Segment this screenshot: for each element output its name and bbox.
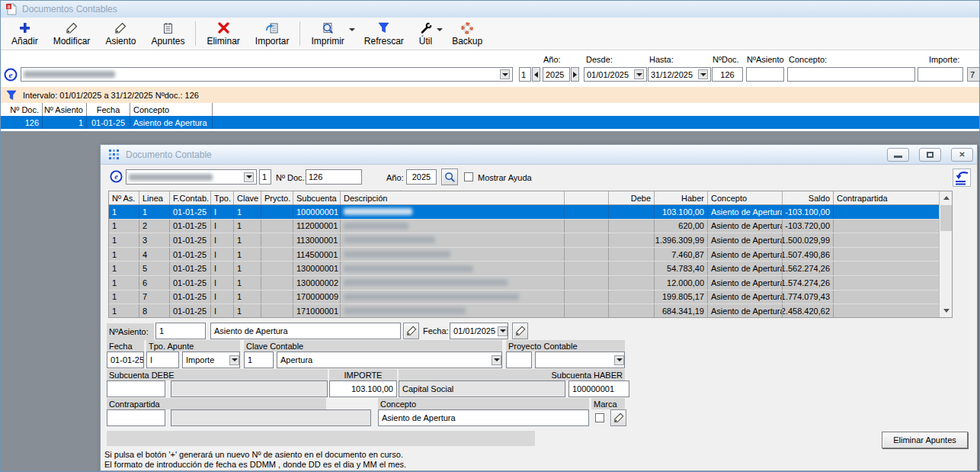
print-dropdown-button[interactable] xyxy=(349,19,355,48)
to-date-value: 31/12/2025 xyxy=(651,70,693,79)
edit-fecha-button[interactable] xyxy=(512,323,528,339)
column-header: Prycto. xyxy=(261,191,293,204)
clave-select[interactable]: Apertura xyxy=(277,352,502,368)
clave-code-field[interactable]: 1 xyxy=(244,352,274,368)
proyecto-select[interactable] xyxy=(535,352,625,368)
concepto-field[interactable] xyxy=(787,67,915,82)
scroll-up-button[interactable] xyxy=(940,191,953,204)
refresh-label: Refrescar xyxy=(364,36,404,47)
minimize-button[interactable] xyxy=(887,148,909,162)
doc-table-row[interactable]: 1801-01-25I1171000001684.341,19Asiento d… xyxy=(109,304,952,318)
print-label: Imprimir xyxy=(311,36,344,47)
column-header: Debe xyxy=(609,191,655,204)
edit-asiento-button[interactable] xyxy=(403,323,419,339)
proyecto-contable-label: Proyecto Contable xyxy=(506,340,625,352)
add-button[interactable]: Añadir xyxy=(4,19,46,48)
vertical-scrollbar[interactable] xyxy=(939,191,952,317)
asiento-concepto-field[interactable]: Asiento de Apertura xyxy=(210,323,401,339)
print-button[interactable]: Imprimir xyxy=(303,19,351,48)
company-select[interactable] xyxy=(126,169,257,185)
apuntes-button[interactable]: Apuntes xyxy=(143,19,192,48)
importe-label: IMPORTE xyxy=(329,369,397,380)
doc-table-row[interactable]: 1201-01-25I1112000001620,00Asiento de Ap… xyxy=(109,220,952,234)
exit-icon[interactable] xyxy=(953,169,971,187)
to-date-select[interactable]: 31/12/2025 xyxy=(648,67,711,82)
nasiento-field[interactable] xyxy=(746,67,784,82)
ndoc-field[interactable]: 126 xyxy=(306,169,362,185)
cell xyxy=(565,205,609,219)
company-name-redacted xyxy=(129,174,213,181)
sequence-field[interactable]: 1 xyxy=(519,67,531,82)
restore-button[interactable] xyxy=(919,148,941,162)
delete-button[interactable]: Eliminar xyxy=(199,19,247,48)
from-date-select[interactable]: 01/01/2025 xyxy=(584,67,647,82)
cell: Asiento de Apertura xyxy=(708,220,783,233)
refresh-button[interactable]: Refrescar xyxy=(357,19,412,48)
cell xyxy=(609,220,655,233)
child-titlebar: Documento Contable ✕ xyxy=(101,145,977,165)
chevron-down-icon xyxy=(229,355,239,365)
year-field[interactable]: 2025 xyxy=(543,67,570,82)
app-window: a Documentos Contables Añadir Modificar … xyxy=(0,0,980,472)
plus-icon xyxy=(19,21,30,35)
chevron-down-icon xyxy=(698,69,708,79)
year-field[interactable]: 2025 xyxy=(406,169,437,185)
util-button[interactable]: Útil xyxy=(412,19,440,48)
doc-table-row[interactable]: 1601-01-25I113000000212.000,00Asiento de… xyxy=(109,276,952,291)
mostrar-ayuda-checkbox[interactable] xyxy=(464,172,473,181)
eliminar-apuntes-button[interactable]: Eliminar Apuntes xyxy=(882,432,968,448)
ndoc-field[interactable]: 126 xyxy=(712,67,743,82)
fecha-field[interactable]: 01-01-25 xyxy=(107,352,144,368)
doc-table-row[interactable]: 1401-01-25I11145000017.460,87Asiento de … xyxy=(109,248,952,262)
e-logo-icon: e xyxy=(110,170,123,183)
pencil-icon xyxy=(613,413,624,423)
cell xyxy=(609,248,655,262)
cell: -1.574.274,26 xyxy=(783,276,834,290)
subcuenta-debe-field[interactable] xyxy=(107,380,165,397)
cell xyxy=(565,304,609,318)
importe-field[interactable] xyxy=(918,67,963,82)
contrapartida-field[interactable] xyxy=(107,409,165,426)
cell xyxy=(609,276,655,290)
cell: 01-01-25 xyxy=(170,291,211,304)
import-button[interactable]: Importar xyxy=(248,19,297,48)
cell xyxy=(341,220,565,233)
tpo-code-field[interactable]: I xyxy=(146,352,179,368)
document-row-selected[interactable]: 126 1 01-01-25 Asiento de Apertura xyxy=(1,116,980,129)
edit-concepto-button[interactable] xyxy=(610,409,626,426)
spin-left-button[interactable] xyxy=(532,67,540,82)
doc-table-row[interactable]: 1301-01-25I11130000011.396.309,99Asiento… xyxy=(109,233,952,248)
cell-concepto: Asiento de Apertura xyxy=(130,116,213,129)
doc-table-row[interactable]: 1101-01-25I1100000001103.100,00Asiento d… xyxy=(109,205,952,220)
close-button[interactable]: ✕ xyxy=(951,148,973,162)
mostrar-ayuda-label: Mostrar Ayuda xyxy=(478,173,532,182)
asiento-button[interactable]: Asiento xyxy=(98,19,143,48)
scroll-down-button[interactable] xyxy=(940,304,953,317)
sequence-field[interactable]: 1 xyxy=(259,169,271,185)
to-label: Hasta: xyxy=(649,55,674,64)
doc-table-row[interactable]: 1701-01-25I1170000009199.805,17Asiento d… xyxy=(109,291,952,305)
doc-table-row[interactable]: 1501-01-25I113000000154.783,40Asiento de… xyxy=(109,262,952,276)
search-button[interactable] xyxy=(441,169,458,185)
triangle-down-icon xyxy=(943,309,950,313)
company-select[interactable] xyxy=(21,67,513,82)
modify-button[interactable]: Modificar xyxy=(46,19,98,48)
backup-button[interactable]: Backup xyxy=(444,19,490,48)
window-title: Documentos Contables xyxy=(22,4,117,14)
spin-right-button[interactable] xyxy=(571,67,579,82)
pencil-icon xyxy=(406,326,417,336)
interval-text: Intervalo: 01/01/2025 a 31/12/2025 Nºdoc… xyxy=(23,91,199,100)
subcuenta-haber-field[interactable]: 100000001 xyxy=(568,380,629,397)
proyecto-code-field[interactable] xyxy=(506,352,532,368)
cell: 01-01-25 xyxy=(170,205,211,219)
marca-checkbox[interactable] xyxy=(595,413,604,422)
concepto-field[interactable]: Asiento de Apertura xyxy=(378,409,589,426)
cell: 1 xyxy=(109,262,139,275)
scrollbar-thumb[interactable] xyxy=(940,205,952,231)
fecha-top-select[interactable]: 01/01/2025 xyxy=(450,323,508,339)
util-dropdown-button[interactable] xyxy=(437,19,443,48)
importe-field[interactable]: 103.100,00 xyxy=(329,380,397,397)
nasiento-field[interactable]: 1 xyxy=(155,323,206,339)
chevron-down-icon xyxy=(634,69,644,79)
tpo-select[interactable]: Importe xyxy=(182,352,240,368)
